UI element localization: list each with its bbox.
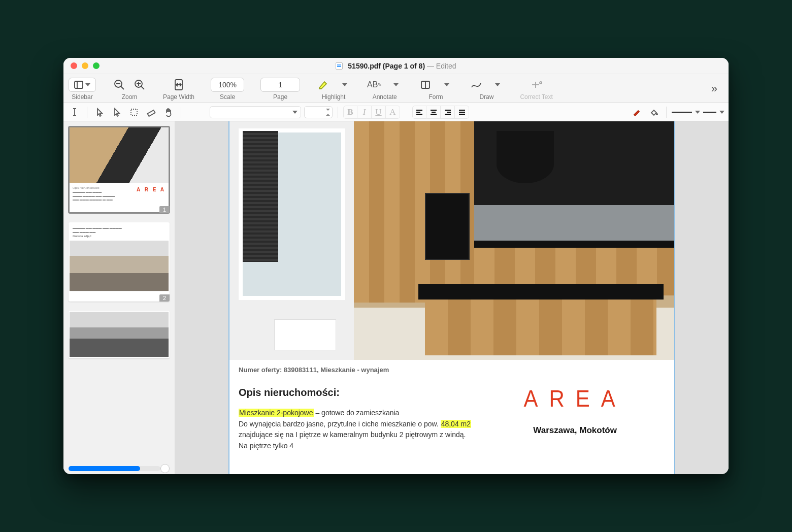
draw-button[interactable]	[469, 78, 483, 92]
location-text: Warszawa, Mokotów	[485, 425, 665, 436]
select-tool[interactable]	[110, 106, 124, 119]
thumbnail-image	[70, 127, 169, 183]
titlebar: 51590.pdf (Page 1 of 8) — Edited	[63, 58, 729, 74]
form-label: Form	[428, 93, 443, 101]
thumbnail-image	[70, 241, 169, 291]
sidebar-label: Sidebar	[72, 93, 92, 101]
marquee-tool[interactable]	[127, 106, 141, 119]
svg-rect-0	[75, 81, 83, 88]
annotate-label: Annotate	[373, 93, 397, 101]
main-toolbar: Sidebar Zoom Page Width 100% Scale	[63, 74, 729, 103]
pen-color-button[interactable]	[630, 106, 644, 119]
thumbnail-preview: ▬▬▬▬ ▬▬ ▬▬▬ ▬▬ ▬▬▬▬▬▬ ▬▬▬ ▬▬Galeria zdję…	[70, 223, 169, 240]
fit-page-width-button[interactable]	[172, 78, 186, 92]
form-menu-button[interactable]	[439, 78, 453, 92]
highlight-button[interactable]	[316, 78, 331, 92]
correct-text-label: Correct Text	[520, 93, 552, 101]
document-icon	[336, 62, 343, 70]
form-group: Form	[418, 77, 453, 101]
annotate-menu-button[interactable]	[388, 78, 402, 92]
page-thumbnail-3[interactable]	[69, 311, 170, 358]
form-button[interactable]	[418, 78, 433, 92]
svg-rect-18	[147, 110, 155, 116]
sidebar-group: Sidebar	[69, 77, 96, 101]
pointer-tool[interactable]	[92, 106, 107, 119]
page-label: Page	[273, 93, 287, 101]
chevron-down-icon	[719, 111, 724, 114]
draw-label: Draw	[479, 93, 493, 101]
font-button[interactable]: A	[386, 106, 400, 119]
scale-value: 100%	[218, 81, 237, 89]
thumbnail-page-number: 1	[159, 206, 170, 213]
pagewidth-group: Page Width	[163, 77, 194, 101]
highlight-menu-button[interactable]	[337, 78, 351, 92]
ruler-tool[interactable]	[144, 106, 158, 119]
align-right-button[interactable]	[441, 106, 455, 119]
title-status: Edited	[436, 62, 456, 70]
chevron-down-icon	[393, 83, 399, 86]
font-family-select[interactable]	[210, 106, 301, 118]
align-center-button[interactable]	[426, 106, 441, 119]
sidebar-toggle-button[interactable]	[69, 78, 96, 92]
window-title: 51590.pdf (Page 1 of 8) — Edited	[63, 62, 729, 70]
document-viewer[interactable]: Numer oferty: 839083111, Mieszkanie - wy…	[175, 121, 729, 474]
listing-photo	[229, 121, 674, 360]
chevron-down-icon	[292, 111, 298, 114]
page-thumbnail-1[interactable]: A R E A Opis nieruchomości▬▬▬▬ ▬▬ ▬▬▬▬▬▬…	[69, 126, 170, 213]
annotate-group: AB✎ Annotate	[367, 77, 402, 101]
chevron-down-icon	[695, 111, 700, 114]
zoom-out-button[interactable]	[112, 78, 126, 92]
zoom-label: Zoom	[122, 93, 138, 101]
text-style-buttons: B I U A	[343, 106, 400, 119]
align-justify-button[interactable]	[455, 106, 469, 119]
correct-text-group: Correct Text	[520, 77, 552, 101]
chevron-down-icon	[444, 83, 449, 86]
italic-button[interactable]: I	[357, 106, 372, 119]
svg-rect-17	[131, 109, 137, 115]
page-group: 1 Page	[260, 77, 300, 101]
annotate-button[interactable]: AB✎	[367, 78, 382, 92]
scale-field[interactable]: 100%	[211, 78, 244, 92]
svg-point-31	[656, 113, 658, 115]
correct-text-button	[530, 78, 544, 92]
zoom-in-button[interactable]	[133, 78, 147, 92]
pdf-page: Numer oferty: 839083111, Mieszkanie - wy…	[228, 121, 675, 474]
align-left-button[interactable]	[412, 106, 426, 119]
draw-menu-button[interactable]	[489, 78, 504, 92]
draw-group: Draw	[469, 77, 504, 101]
highlight-span: 48,04 m2	[441, 420, 471, 428]
zoom-group: Zoom	[112, 77, 147, 101]
underline-button[interactable]: U	[372, 106, 386, 119]
page-value: 1	[278, 81, 282, 89]
chevron-down-icon	[495, 83, 500, 86]
edit-toolbar: B I U A	[63, 103, 729, 121]
highlight-group: Highlight	[316, 77, 351, 101]
hand-tool[interactable]	[161, 106, 176, 119]
description-heading: Opis nieruchomości:	[239, 387, 473, 398]
title-pageinfo: (Page 1 of 8)	[383, 62, 425, 70]
sidebar-scrollbar[interactable]	[69, 466, 160, 471]
text-cursor-tool[interactable]	[68, 106, 82, 119]
thumbnail-sidebar: A R E A Opis nieruchomości▬▬▬▬ ▬▬ ▬▬▬▬▬▬…	[63, 121, 175, 474]
line-weight-select[interactable]	[703, 111, 724, 114]
fill-color-button[interactable]	[647, 106, 661, 119]
thumbnail-preview: A R E A Opis nieruchomości▬▬▬▬ ▬▬ ▬▬▬▬▬▬…	[70, 183, 169, 212]
scale-label: Scale	[220, 93, 235, 101]
description-text: Mieszkanie 2-pokojowe – gotowe do zamies…	[239, 408, 473, 452]
svg-line-6	[141, 86, 144, 89]
chevron-down-icon	[85, 83, 90, 86]
bold-button[interactable]: B	[343, 106, 357, 119]
highlight-label: Highlight	[322, 93, 346, 101]
offer-number: Numer oferty: 839083111, Mieszkanie - wy…	[229, 360, 674, 374]
thumbnail-image	[70, 312, 169, 357]
svg-point-15	[540, 82, 542, 84]
highlight-span: Mieszkanie 2-pokojowe	[239, 409, 314, 417]
align-buttons	[412, 106, 469, 119]
page-number-field[interactable]: 1	[260, 78, 300, 92]
page-thumbnail-2[interactable]: ▬▬▬▬ ▬▬ ▬▬▬ ▬▬ ▬▬▬▬▬▬ ▬▬▬ ▬▬Galeria zdję…	[69, 222, 170, 301]
font-size-stepper[interactable]	[304, 106, 333, 118]
toolbar-overflow-button[interactable]: »	[705, 82, 723, 95]
line-style-select[interactable]	[672, 111, 700, 114]
title-filename: 51590.pdf	[348, 62, 381, 70]
brand-logo: AREA	[485, 387, 665, 411]
